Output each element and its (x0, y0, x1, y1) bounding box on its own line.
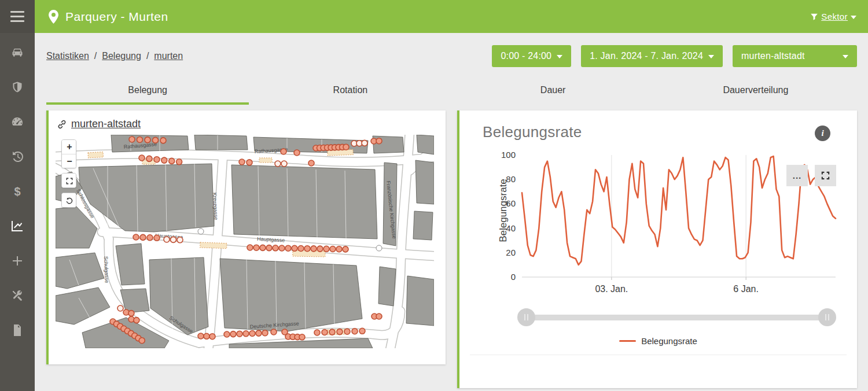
chevron-down-icon (708, 55, 714, 58)
y-axis-label: Belegungsrate (498, 170, 509, 251)
date-range-dropdown[interactable]: 1. Jan. 2024 - 7. Jan. 2024 (581, 45, 723, 67)
shield-icon (10, 80, 24, 94)
info-icon[interactable]: i (815, 126, 830, 141)
link-icon (57, 119, 67, 130)
time-range-slider (520, 308, 834, 327)
sidebar: $ (0, 0, 35, 391)
sidebar-item-vehicles[interactable] (0, 35, 35, 70)
divider (470, 355, 847, 355)
svg-text:0: 0 (511, 272, 516, 282)
chart-card: Belegungsrate i ... Belegungsrate 03. Ja… (457, 110, 857, 388)
breadcrumb: Statistiken / Belegung / murten (46, 51, 183, 61)
chevron-down-icon (843, 55, 848, 58)
map-zoom-in-button[interactable]: + (62, 140, 76, 154)
slider-handle-left[interactable] (517, 308, 535, 326)
sector-value: murten-altstadt (741, 51, 805, 61)
tab-label: Belegung (128, 85, 167, 95)
time-range-dropdown[interactable]: 0:00 - 24:00 (492, 45, 571, 67)
breadcrumb-belegung[interactable]: Belegung (102, 51, 141, 61)
sidebar-item-reports[interactable] (0, 313, 35, 348)
sidebar-item-statistics[interactable] (0, 209, 35, 244)
city-map: RathausgasseRathausgasseHauptgasseHauptg… (56, 135, 434, 348)
chevron-down-icon (851, 16, 856, 19)
tab-rotation[interactable]: Rotation (249, 77, 451, 105)
map-card: murten-altstadt (46, 110, 446, 364)
tab-dauer[interactable]: Dauer (452, 77, 654, 105)
dollar-icon: $ (10, 185, 24, 198)
plus-icon (10, 254, 24, 268)
top-bar: Parquery - Murten Sektor (35, 0, 868, 33)
slider-handle-right[interactable] (818, 308, 836, 326)
undo-rotate-icon (65, 197, 73, 205)
sector-map-link-label: murten-altstadt (71, 118, 141, 130)
hamburger-menu-button[interactable] (0, 0, 35, 33)
time-range-value: 0:00 - 24:00 (501, 51, 551, 61)
date-range-value: 1. Jan. 2024 - 7. Jan. 2024 (590, 51, 703, 61)
sektor-label: Sektor (821, 12, 848, 21)
legend-line-swatch (619, 340, 636, 342)
svg-text:03. Jan.: 03. Jan. (595, 284, 628, 294)
svg-text:Schulgasse: Schulgasse (103, 256, 110, 283)
breadcrumb-statistiken[interactable]: Statistiken (46, 51, 89, 61)
chevron-down-icon (557, 55, 562, 58)
tachometer-icon (10, 115, 24, 129)
history-icon (10, 150, 24, 164)
slider-track[interactable] (520, 315, 834, 320)
legend-label: Belegungsrate (641, 336, 697, 346)
sidebar-item-tools[interactable] (0, 278, 35, 313)
breadcrumb-separator: / (146, 51, 149, 61)
sector-select-dropdown[interactable]: murten-altstadt (733, 45, 857, 67)
tab-dauerverteilung[interactable]: Dauerverteilung (654, 77, 857, 105)
map-zoom-out-button[interactable]: − (62, 154, 76, 168)
chart-title: Belegungsrate (483, 123, 857, 141)
svg-text:6 Jan.: 6 Jan. (733, 284, 759, 294)
file-icon (10, 323, 24, 337)
fullscreen-icon (821, 171, 830, 180)
fountain (376, 245, 382, 251)
sektor-filter-button[interactable]: Sektor (810, 12, 856, 21)
tab-label: Dauer (540, 85, 566, 95)
tab-label: Rotation (333, 85, 368, 95)
tools-icon (10, 289, 24, 303)
chart-toolbar: ... (786, 165, 836, 186)
breadcrumb-murten[interactable]: murten (154, 51, 183, 61)
map-reset-button[interactable] (62, 193, 76, 207)
funnel-icon (810, 13, 818, 21)
sidebar-item-add[interactable] (0, 244, 35, 278)
sidebar-item-history[interactable] (0, 139, 35, 174)
map-controls: + − (61, 139, 76, 208)
chart-menu-button[interactable]: ... (786, 165, 808, 186)
svg-text:100: 100 (501, 150, 516, 160)
sector-map-link[interactable]: murten-altstadt (57, 118, 446, 130)
tab-label: Dauerverteilung (723, 85, 788, 95)
chart-fullscreen-button[interactable] (815, 165, 836, 186)
chart-line-icon (10, 219, 24, 233)
sidebar-item-dashboard[interactable] (0, 105, 35, 139)
fountain (198, 228, 204, 234)
chart-legend: Belegungsrate (459, 336, 857, 346)
car-icon (10, 46, 24, 60)
map-fullscreen-button[interactable] (62, 174, 76, 187)
tab-belegung[interactable]: Belegung (46, 77, 249, 105)
svg-text:$: $ (14, 185, 20, 198)
sidebar-nav: $ (0, 35, 35, 348)
fullscreen-icon (65, 177, 73, 185)
main-content: Statistiken / Belegung / murten 0:00 - 2… (35, 33, 868, 391)
map[interactable]: RathausgasseRathausgasseHauptgasseHauptg… (56, 135, 434, 348)
sidebar-item-pricing[interactable]: $ (0, 174, 35, 209)
breadcrumb-separator: / (94, 51, 97, 61)
location-pin-icon (49, 10, 58, 24)
sidebar-item-security[interactable] (0, 70, 35, 105)
tab-bar: Belegung Rotation Dauer Dauerverteilung (46, 77, 857, 105)
page-title: Parquery - Murten (65, 10, 168, 24)
